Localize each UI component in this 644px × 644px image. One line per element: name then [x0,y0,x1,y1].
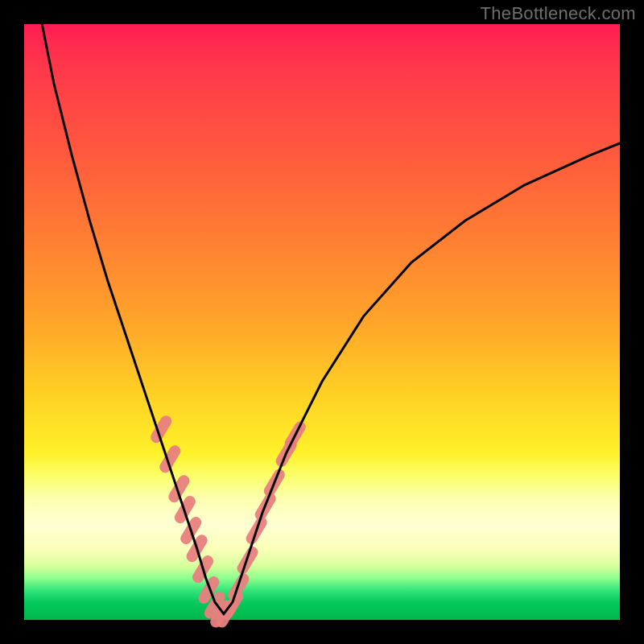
chart-svg [24,24,620,620]
plot-area [24,24,620,620]
marker-layer [156,421,300,621]
watermark-text: TheBottleneck.com [481,3,636,24]
bottleneck-curve [42,24,620,614]
chart-frame: TheBottleneck.com [0,0,644,644]
